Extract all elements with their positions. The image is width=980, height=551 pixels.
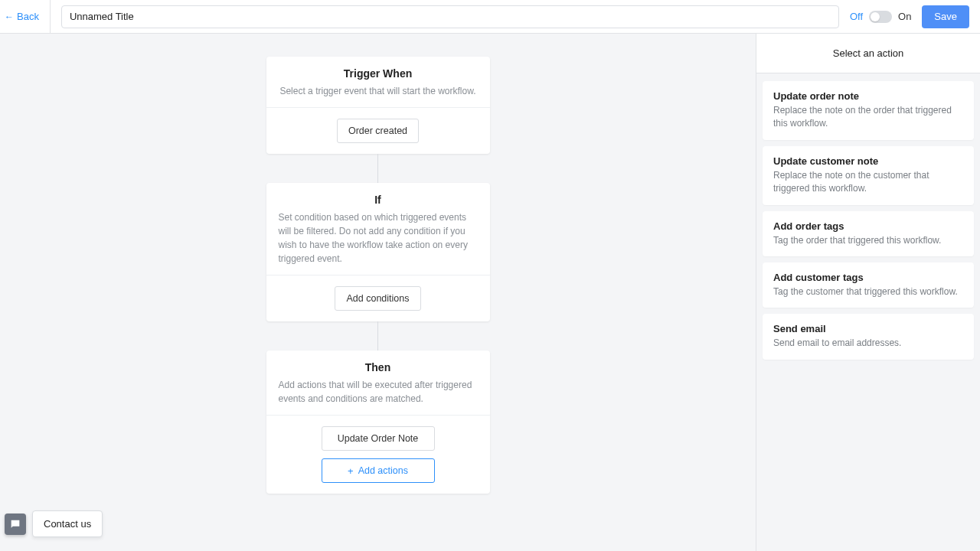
action-option-add-order-tags[interactable]: Add order tags Tag the order that trigge… bbox=[763, 211, 974, 256]
action-title: Update order note bbox=[773, 90, 963, 102]
contact-us-button[interactable]: Contact us bbox=[32, 510, 103, 537]
then-title: Then bbox=[279, 361, 478, 373]
action-option-update-customer-note[interactable]: Update customer note Replace the note on… bbox=[763, 146, 974, 205]
back-button[interactable]: ← Back bbox=[3, 0, 50, 33]
plus-icon: + bbox=[348, 466, 354, 476]
action-desc: Tag the customer that triggered this wor… bbox=[773, 285, 963, 298]
save-button[interactable]: Save bbox=[922, 5, 969, 28]
action-desc: Replace the note on the order that trigg… bbox=[773, 104, 963, 131]
condition-header: If Set condition based on which triggere… bbox=[266, 183, 490, 275]
condition-body: Add conditions bbox=[266, 275, 490, 321]
trigger-card: Trigger When Select a trigger event that… bbox=[266, 57, 490, 154]
action-title: Add order tags bbox=[773, 220, 963, 232]
condition-desc: Set condition based on which triggered e… bbox=[279, 210, 478, 266]
divider bbox=[50, 0, 51, 33]
status-toggle[interactable] bbox=[869, 11, 892, 23]
sidebar-header: Select an action bbox=[756, 34, 980, 73]
workflow-canvas: Trigger When Select a trigger event that… bbox=[0, 34, 756, 551]
then-body: Update Order Note + Add actions bbox=[266, 415, 490, 494]
add-conditions-button[interactable]: Add conditions bbox=[335, 286, 420, 311]
action-title: Add customer tags bbox=[773, 272, 963, 283]
trigger-body: Order created bbox=[266, 107, 490, 154]
toggle-off-label: Off bbox=[850, 11, 863, 22]
condition-card: If Set condition based on which triggere… bbox=[266, 183, 490, 321]
status-toggle-group: Off On bbox=[850, 11, 911, 23]
back-label: Back bbox=[17, 11, 39, 22]
action-desc: Send email to email addresses. bbox=[773, 337, 963, 350]
action-title: Send email bbox=[773, 323, 963, 334]
main: Trigger When Select a trigger event that… bbox=[0, 34, 980, 551]
actions-sidebar: Select an action Update order note Repla… bbox=[756, 34, 980, 551]
action-desc: Tag the order that triggered this workfl… bbox=[773, 234, 963, 247]
action-title: Update customer note bbox=[773, 155, 963, 167]
then-desc: Add actions that will be executed after … bbox=[279, 378, 478, 406]
action-option-update-order-note[interactable]: Update order note Replace the note on th… bbox=[763, 81, 974, 140]
trigger-title: Trigger When bbox=[279, 67, 478, 80]
then-card: Then Add actions that will be executed a… bbox=[266, 350, 490, 494]
chat-icon[interactable] bbox=[5, 514, 26, 535]
sidebar-body: Update order note Replace the note on th… bbox=[756, 73, 980, 367]
then-header: Then Add actions that will be executed a… bbox=[266, 350, 490, 415]
flow-column: Trigger When Select a trigger event that… bbox=[266, 57, 490, 494]
connector bbox=[377, 154, 378, 183]
add-actions-button[interactable]: + Add actions bbox=[322, 458, 435, 483]
header: ← Back Off On Save bbox=[0, 0, 980, 34]
toggle-knob bbox=[871, 12, 880, 21]
condition-title: If bbox=[279, 194, 478, 206]
trigger-desc: Select a trigger event that will start t… bbox=[279, 84, 478, 98]
action-option-send-email[interactable]: Send email Send email to email addresses… bbox=[763, 314, 974, 359]
add-actions-label: Add actions bbox=[358, 465, 408, 476]
action-item-button[interactable]: Update Order Note bbox=[322, 426, 435, 451]
action-desc: Replace the note on the customer that tr… bbox=[773, 169, 963, 196]
action-option-add-customer-tags[interactable]: Add customer tags Tag the customer that … bbox=[763, 262, 974, 308]
trigger-event-button[interactable]: Order created bbox=[337, 119, 419, 143]
connector bbox=[377, 321, 378, 350]
contact-widget: Contact us bbox=[5, 510, 103, 537]
workflow-title-input[interactable] bbox=[61, 5, 839, 28]
trigger-header: Trigger When Select a trigger event that… bbox=[266, 57, 490, 107]
toggle-on-label: On bbox=[898, 11, 911, 22]
arrow-left-icon: ← bbox=[5, 11, 14, 22]
